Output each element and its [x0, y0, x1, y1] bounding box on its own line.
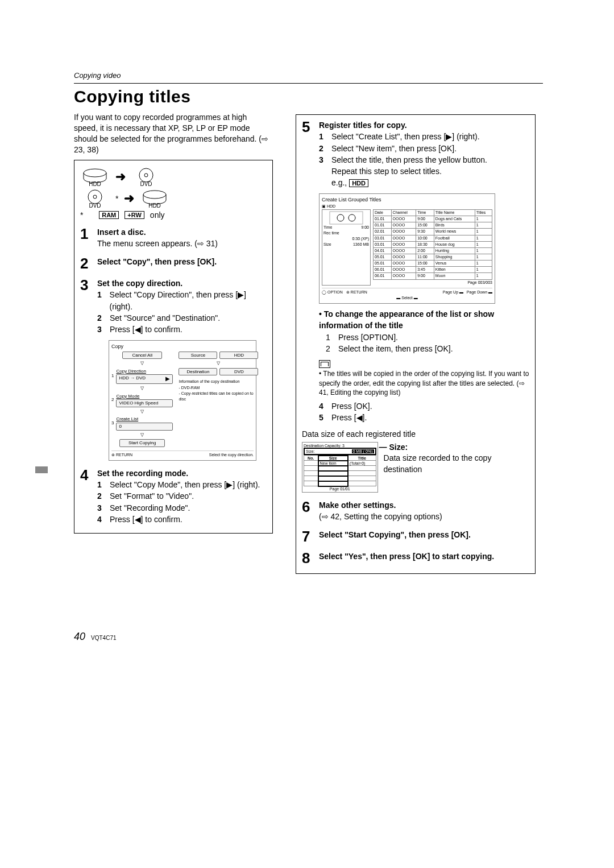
step-5: 5 Register titles for copy. 1Select "Cre… — [302, 119, 529, 424]
note-text: - Copy-restricted titles can be copied o… — [179, 391, 258, 402]
step-text: Select "Create List", then press [▶] (ri… — [331, 131, 480, 142]
size-label: Size: — [389, 443, 408, 452]
rw-tag: +RW — [125, 211, 144, 219]
only-text: only — [150, 210, 165, 220]
step-text: Press [◀] to confirm. — [110, 514, 182, 525]
step-number: 1 — [80, 226, 92, 241]
asterisk: * — [115, 194, 118, 203]
page-indicator: Page 003/003 — [373, 280, 492, 286]
page: Copying video Copying titles If you want… — [0, 0, 614, 677]
destination-panel-illustration: Destination Capacity: 3 Size:0 MB ( 0%) … — [302, 442, 378, 493]
step-4: 4 Set the recording mode. 1Select "Copy … — [80, 468, 267, 525]
return-label: RETURN — [116, 453, 132, 457]
ram-tag: RAM — [99, 211, 119, 219]
row-label: Copy Mode — [116, 393, 173, 400]
step-text: Select "New item", then press [OK]. — [331, 143, 457, 154]
step-heading: Insert a disc. — [97, 226, 267, 238]
step-number: 6 — [302, 499, 313, 514]
step-number: 8 — [302, 551, 313, 565]
step-text: Set "Format" to "Video". — [110, 490, 194, 502]
copy-panel-illustration: Copy Cancel All ▽ 1 Copy Direction HDD →… — [109, 340, 256, 461]
step-heading: Select "Copy", then press [OK]. — [97, 256, 267, 267]
step-7: 7 Select "Start Copying", then press [OK… — [302, 529, 529, 544]
row-value: HDD → DVD — [119, 375, 146, 383]
dst-value: DVD — [219, 368, 258, 376]
step-text: Press [◀]. — [331, 412, 367, 423]
step-2: 2 Select "Copy", then press [OK]. — [80, 256, 267, 271]
start-pill: Start Copying — [119, 439, 165, 447]
titles-table: DateChannelTimeTitle NameTitles 01.01OOO… — [373, 209, 492, 280]
svg-point-5 — [88, 190, 102, 204]
step-heading: Select "Yes", then press [OK] to start c… — [319, 551, 529, 562]
cancel-pill: Cancel All — [122, 352, 162, 359]
right-column: 5 Register titles for copy. 1Select "Cre… — [296, 114, 536, 574]
step-text: Set "Recording Mode". — [110, 502, 190, 514]
svg-point-2 — [139, 168, 153, 182]
panel-title: Create List Grouped Titles — [322, 196, 492, 204]
step-text: Set "Source" and "Destination". — [110, 312, 220, 324]
media-row-1: HDD ➜ DVD — [80, 167, 267, 187]
svg-point-8 — [143, 191, 166, 199]
step-number: 2 — [80, 256, 92, 271]
step-text: Select "Copy Direction", then press [▶] … — [110, 289, 267, 312]
step-heading: Set the copy direction. — [97, 278, 267, 289]
step-text: Select "Copy Mode", then press [▶] (righ… — [110, 479, 260, 490]
svg-text:HDD: HDD — [89, 181, 101, 187]
data-size-label: Data size of each registered title — [302, 429, 529, 439]
svg-point-11 — [337, 214, 344, 221]
step-text: Press [◀] to confirm. — [110, 324, 182, 335]
rule — [74, 83, 543, 84]
dvd-icon: DVD — [80, 189, 110, 208]
step-8: 8 Select "Yes", then press [OK] to start… — [302, 551, 529, 565]
dvd-icon: DVD — [131, 167, 161, 187]
svg-text:DVD: DVD — [140, 181, 152, 187]
step-heading: Select "Start Copying", then press [OK]. — [319, 529, 529, 540]
step-number: 3 — [80, 278, 92, 292]
panel-title: Copy — [111, 343, 254, 350]
dst-label: Destination — [179, 368, 217, 376]
left-column: If you want to copy recorded programmes … — [74, 112, 273, 574]
step-1: 1 Insert a disc. The menu screen appears… — [80, 226, 267, 250]
hdd-icon: HDD — [140, 189, 169, 208]
step-text: (⇨ 42, Setting the copying options) — [319, 511, 529, 522]
svg-point-6 — [93, 195, 97, 199]
row-label: Copy Direction — [116, 368, 173, 375]
step-text: Press [OK]. — [331, 400, 372, 412]
eg-label: e.g., — [331, 178, 347, 187]
step-text: The menu screen appears. (⇨ 31) — [97, 238, 267, 249]
step-text: Select the item, then press [OK]. — [338, 343, 453, 354]
arrow-icon: ➜ — [115, 170, 126, 184]
step-heading: Register titles for copy. — [319, 119, 529, 131]
step-text: Repeat this step to select titles. — [331, 166, 487, 177]
src-value: HDD — [219, 352, 258, 359]
page-title: Copying titles — [74, 87, 543, 106]
step-text: Select the title, then press the yellow … — [331, 154, 487, 166]
size-text: Data size recorded to the copy destinati… — [384, 453, 492, 474]
svg-rect-10 — [330, 212, 363, 224]
breadcrumb: Copying video — [74, 71, 543, 80]
note-text: The titles will be copied in the order o… — [319, 370, 529, 396]
note-icon — [319, 360, 330, 368]
row-label: Create List — [116, 416, 173, 423]
doc-code: VQT4C71 — [91, 635, 116, 641]
info-text: Information of the copy destination — [179, 379, 258, 385]
arrow-icon: ➜ — [124, 191, 134, 206]
src-label: Source — [179, 352, 217, 359]
media-note: * RAM +RW only — [80, 210, 267, 220]
step-3: 3 Set the copy direction. 1Select "Copy … — [80, 278, 267, 461]
create-list-illustration: Create List Grouped Titles ▣ HDD — [319, 193, 495, 304]
hdd-tag: HDD — [349, 179, 368, 187]
row-value: VIDEO High Speed — [119, 400, 158, 407]
bullet-heading: To change the appearance of the list or … — [319, 309, 494, 330]
svg-text:DVD: DVD — [89, 202, 101, 208]
note-text: - DVD-RAM — [179, 385, 258, 391]
row-value: 0 — [119, 423, 121, 430]
footer: 40 VQT4C71 — [74, 631, 543, 643]
svg-text:HDD: HDD — [149, 202, 161, 208]
preview-icon — [329, 211, 363, 225]
asterisk: * — [80, 210, 83, 220]
step-number: 7 — [302, 529, 313, 544]
media-row-2: DVD * ➜ HDD — [80, 189, 267, 208]
intro-text: If you want to copy recorded programmes … — [74, 112, 270, 155]
step-number: 5 — [302, 119, 313, 134]
